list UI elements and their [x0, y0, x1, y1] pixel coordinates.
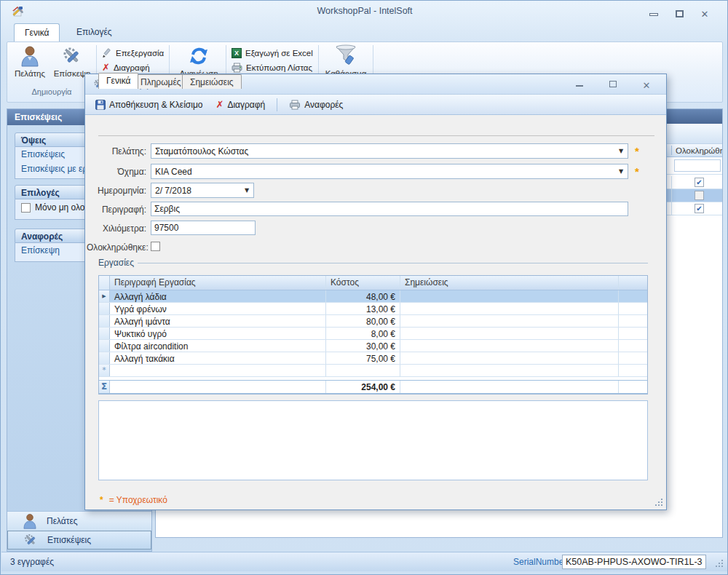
tasks-rows: ▶Αλλαγή λάδια48,00 €Υγρά φρένων13,00 €Αλ…: [99, 290, 647, 365]
visit-tools-icon: [51, 44, 93, 68]
dialog-maximize-button[interactable]: [604, 78, 622, 91]
kilometers-input[interactable]: [151, 221, 256, 235]
app-window: WorkshopPal - IntelSoft ✕ Γενικά Επιλογέ…: [0, 0, 728, 575]
serial-number-label: SerialNumber: [513, 557, 566, 567]
tasks-col-notes[interactable]: Σημειώσεις: [400, 276, 619, 290]
window-resize-grip[interactable]: [715, 559, 724, 568]
task-row[interactable]: Αλλαγή τακάκια75,00 €: [99, 352, 647, 365]
completed-column-header[interactable]: Ολοκληρώθηκε: [676, 146, 723, 155]
reports-button[interactable]: Αναφορές: [285, 98, 347, 112]
titlebar[interactable]: WorkshopPal - IntelSoft ✕: [1, 1, 728, 23]
task-desc-cell[interactable]: Αλλαγή τακάκια: [110, 352, 326, 364]
row-indicator: [99, 315, 110, 327]
toolbar-separator: [277, 98, 277, 111]
vehicle-combobox[interactable]: KIA Ceed ▼: [151, 164, 628, 179]
dialog-delete-button[interactable]: ✗ Διαγραφή: [211, 98, 269, 112]
task-notes-cell[interactable]: [400, 340, 619, 352]
floppy-disk-icon: [95, 100, 106, 110]
dialog-tab-payments[interactable]: Πληρωμές: [132, 74, 189, 89]
task-row[interactable]: Ψυκτικό υγρό8,00 €: [99, 328, 647, 340]
close-button[interactable]: ✕: [697, 10, 713, 19]
dialog-resize-grip[interactable]: [654, 498, 663, 507]
minimize-button[interactable]: [646, 9, 662, 18]
completed-checkbox[interactable]: ✔: [695, 178, 704, 187]
delete-x-icon: ✗: [215, 100, 223, 110]
tasks-grid-header[interactable]: Περιγραφή Εργασίας Κόστος Σημειώσεις: [99, 276, 647, 290]
ribbon-tab-options[interactable]: Επιλογές: [66, 23, 122, 41]
task-cost-cell[interactable]: 13,00 €: [326, 303, 400, 314]
clients-person-icon: [22, 512, 38, 530]
required-asterisk: *: [100, 495, 103, 505]
tasks-col-cost[interactable]: Κόστος: [326, 276, 400, 290]
dialog-tab-notes[interactable]: Σημειώσεις: [182, 74, 242, 89]
chevron-down-icon[interactable]: ▼: [616, 146, 626, 156]
nav-clients-button[interactable]: Πελάτες: [7, 511, 151, 531]
maximize-button[interactable]: [671, 10, 687, 19]
tasks-new-row[interactable]: *: [99, 365, 647, 377]
row-indicator: [99, 340, 110, 352]
statusbar: 3 εγγραφές SerialNumber: [1, 552, 728, 571]
row-indicator: [99, 303, 110, 314]
client-label: Πελάτης:: [91, 146, 146, 156]
visit-dialog: Επίσκεψη ✕ Αποθήκευση & Κλείσιμο ✗: [84, 74, 667, 510]
nav-visits-button[interactable]: Επισκέψεις: [7, 531, 151, 550]
task-cost-cell[interactable]: 75,00 €: [326, 352, 400, 364]
completed-checkbox[interactable]: ✔: [695, 204, 704, 213]
client-combobox[interactable]: Σταματόπουλος Κώστας ▼: [151, 143, 628, 159]
completed-label: Ολοκληρώθηκε:: [87, 242, 146, 253]
task-row[interactable]: ▶Αλλαγή λάδια48,00 €: [99, 290, 647, 303]
ribbon-tab-general[interactable]: Γενικά: [14, 23, 60, 41]
tasks-col-description[interactable]: Περιγραφή Εργασίας: [110, 276, 326, 290]
serial-number-input[interactable]: [562, 555, 706, 569]
printer-icon: [289, 100, 301, 110]
row-indicator: [99, 328, 110, 339]
date-picker[interactable]: 2/ 7/2018 ▼: [151, 183, 254, 198]
required-note: *= Υποχρεωτικό: [100, 495, 167, 505]
task-notes-cell[interactable]: [400, 352, 619, 364]
task-row[interactable]: Αλλαγή ιμάντα80,00 €: [99, 315, 647, 328]
task-notes-cell[interactable]: [400, 303, 619, 314]
visits-tools-icon: [23, 532, 39, 548]
tasks-grid: Περιγραφή Εργασίας Κόστος Σημειώσεις ▶Αλ…: [98, 275, 648, 394]
task-notes-cell[interactable]: [400, 328, 619, 339]
horizontal-scrollbar[interactable]: ◄ ►: [157, 537, 723, 538]
edit-button[interactable]: Επεξεργασία: [102, 47, 164, 60]
task-desc-cell[interactable]: Αλλαγή ιμάντα: [110, 315, 326, 327]
task-desc-cell[interactable]: Ψυκτικό υγρό: [110, 328, 326, 339]
dialog-minimize-button[interactable]: [570, 78, 589, 91]
completed-filter-cell[interactable]: [674, 159, 721, 172]
vehicle-required-asterisk: *: [635, 165, 639, 178]
task-notes-cell[interactable]: [400, 315, 619, 327]
record-count: 3 εγγραφές: [10, 557, 54, 567]
dialog-tab-general[interactable]: Γενικά: [98, 73, 138, 89]
description-input[interactable]: [151, 202, 628, 216]
export-excel-button[interactable]: X Εξαγωγή σε Excel: [232, 47, 313, 60]
current-row-arrow-icon: ▶: [99, 290, 110, 302]
task-cost-cell[interactable]: 48,00 €: [326, 290, 400, 302]
filter-funnel-icon: [322, 44, 370, 68]
task-desc-cell[interactable]: Υγρά φρένων: [110, 303, 326, 314]
nav-visits-label: Επισκέψεις: [47, 535, 91, 545]
task-cost-cell[interactable]: 80,00 €: [326, 315, 400, 327]
task-row[interactable]: Υγρά φρένων13,00 €: [99, 303, 647, 315]
dialog-close-button[interactable]: ✕: [637, 80, 656, 93]
tasks-sum-row: Σ 254,00 €: [99, 380, 647, 394]
task-desc-cell[interactable]: Αλλαγή λάδια: [110, 290, 326, 302]
task-notes-cell[interactable]: [400, 290, 619, 302]
chevron-down-icon[interactable]: ▼: [616, 167, 626, 177]
task-row[interactable]: Φίλτρα aircondition30,00 €: [99, 340, 647, 352]
task-cost-cell[interactable]: 8,00 €: [326, 328, 400, 339]
row-indicator: [99, 352, 110, 364]
only-incomplete-checkbox[interactable]: [21, 203, 31, 213]
delete-x-icon: ✗: [102, 63, 110, 73]
window-title: WorkshopPal - IntelSoft: [1, 6, 728, 16]
new-client-button[interactable]: Πελάτης: [10, 44, 50, 86]
task-cost-cell[interactable]: 30,00 €: [326, 340, 400, 352]
save-close-button[interactable]: Αποθήκευση & Κλείσιμο: [91, 98, 207, 112]
print-list-button[interactable]: Εκτύπωση Λίστας: [232, 61, 312, 74]
completed-checkbox[interactable]: [695, 191, 704, 200]
excel-icon: X: [232, 48, 242, 58]
chevron-down-icon[interactable]: ▼: [242, 186, 252, 196]
task-desc-cell[interactable]: Φίλτρα aircondition: [110, 340, 326, 352]
completed-checkbox[interactable]: [151, 242, 160, 251]
